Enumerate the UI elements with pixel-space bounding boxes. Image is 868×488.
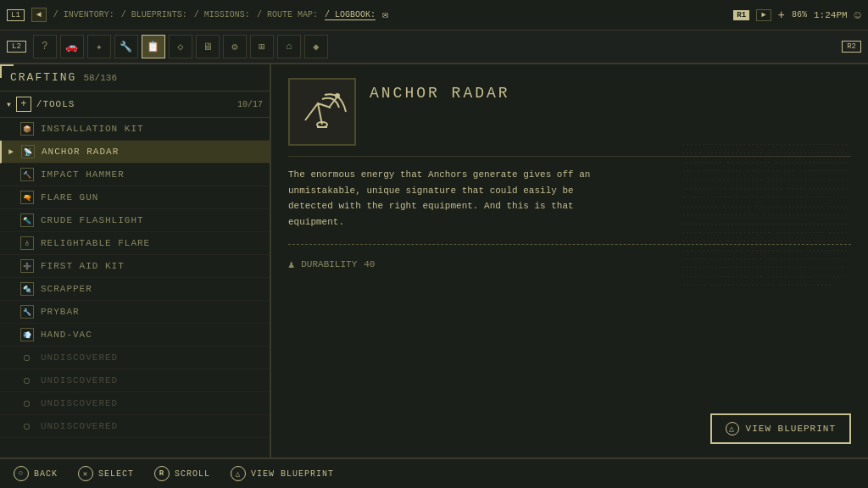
diamond-icon-btn[interactable]: ◇ [169, 35, 192, 58]
sun-icon-btn[interactable]: ✦ [87, 35, 111, 58]
item-icon: ➕ [20, 259, 34, 273]
item-image [288, 78, 356, 146]
list-item-undiscovered: ▢ UNDISCOVERED [0, 347, 270, 369]
triangle-icon: △ [726, 422, 739, 435]
crafting-title: CRAFTING [10, 71, 76, 84]
item-title-area: ANCHOR RADAR [370, 78, 510, 102]
item-icon: 🔩 [20, 282, 34, 296]
item-name: UNDISCOVERED [41, 421, 118, 431]
item-icon: 🕯 [20, 236, 34, 250]
item-icon: ▢ [20, 374, 34, 387]
add-category-button[interactable]: + [16, 97, 31, 112]
item-list: 📦 INSTALLATION KIT ► 📡 ANCHOR RADAR 🔨 IM… [0, 118, 270, 458]
select-button[interactable]: ✕ SELECT [78, 466, 134, 481]
list-item[interactable]: 🔫 FLARE GUN [0, 186, 270, 209]
list-item[interactable]: 💨 HAND-VAC [0, 324, 270, 347]
list-item[interactable]: 🔩 SCRAPPER [0, 278, 270, 301]
item-name: IMPACT HAMMER [41, 169, 125, 180]
main-content: CRAFTING 58/136 ▼ + /TOOLS 10/17 📦 INSTA… [0, 64, 868, 458]
top-nav-bar: L1 ◄ / INVENTORY: / BLUEPRINTS: / MISSIO… [0, 0, 868, 30]
select-x-icon: ✕ [78, 466, 93, 481]
anchor-radar-svg [297, 86, 348, 137]
monitor-icon-btn[interactable]: 🖥 [196, 35, 220, 58]
select-label: SELECT [98, 469, 134, 479]
view-blueprint-button[interactable]: △ VIEW BLUEPRINT [710, 413, 851, 444]
item-name: INSTALLATION KIT [41, 124, 144, 134]
r2-button[interactable]: R2 [842, 41, 861, 53]
battery-percent: 86% [792, 10, 807, 19]
category-header: ▼ + /TOOLS 10/17 [0, 92, 270, 118]
list-item[interactable]: ➕ FIRST AID KIT [0, 255, 270, 278]
svg-point-3 [336, 94, 339, 97]
routemap-nav[interactable]: / ROUTE MAP: [257, 10, 318, 19]
icon-toolbar: L2 ? 🚗 ✦ 🔧 📋 ◇ 🖥 ⚙ ⊞ ⌂ ◆ R2 [0, 30, 868, 64]
crafting-header: CRAFTING 58/136 [0, 64, 270, 92]
left-nav-arrow[interactable]: ◄ [31, 8, 47, 22]
help-icon-btn[interactable]: ? [33, 35, 57, 58]
diamond2-icon-btn[interactable]: ◆ [304, 35, 328, 58]
list-item[interactable]: 🕯 RELIGHTABLE FLARE [0, 232, 270, 255]
list-item[interactable]: ► 📡 ANCHOR RADAR [0, 141, 270, 164]
document-icon-btn[interactable]: 📋 [142, 35, 165, 58]
back-button[interactable]: ○ BACK [14, 466, 58, 481]
vehicle-icon-btn[interactable]: 🚗 [60, 35, 84, 58]
item-icon: ▢ [20, 419, 34, 433]
list-item[interactable]: 🔦 CRUDE FLASHLIGHT [0, 209, 270, 232]
l1-button[interactable]: L1 [7, 9, 25, 21]
item-name: FLARE GUN [41, 192, 98, 202]
back-label: BACK [34, 469, 58, 479]
bottom-bar: ○ BACK ✕ SELECT R SCROLL △ VIEW BLUEPRIN… [0, 458, 868, 488]
list-item-undiscovered: ▢ UNDISCOVERED [0, 369, 270, 392]
category-count: 10/17 [237, 100, 263, 109]
category-name: /TOOLS [36, 99, 75, 109]
item-name: UNDISCOVERED [41, 398, 118, 408]
back-circle-icon: ○ [14, 466, 29, 481]
right-nav-arrow[interactable]: ► [756, 9, 771, 21]
item-name: PRYBAR [41, 307, 80, 317]
battery-display: 86% [792, 10, 807, 19]
item-icon: 🔦 [20, 214, 34, 227]
right-panel: ········································… [271, 64, 868, 458]
list-item[interactable]: 🔨 IMPACT HAMMER [0, 164, 270, 186]
stat-value: 40 [364, 259, 375, 269]
item-name: RELIGHTABLE FLARE [41, 238, 150, 248]
durability-icon: ♟ [288, 258, 294, 271]
home-icon-btn[interactable]: ⌂ [277, 35, 301, 58]
item-icon: 🔧 [20, 305, 34, 319]
plus-icon: + [778, 8, 785, 22]
blueprint-btn-area: △ VIEW BLUEPRINT [288, 413, 851, 444]
item-icon: 🔫 [20, 191, 34, 204]
blueprint-bottom-button[interactable]: △ VIEW BLUEPRINT [231, 466, 334, 481]
scroll-label: SCROLL [175, 469, 210, 479]
item-icon: ▢ [20, 396, 34, 410]
stat-label: DURABILITY [301, 259, 357, 269]
list-item[interactable]: 🔧 PRYBAR [0, 301, 270, 324]
grid-icon-btn[interactable]: ⊞ [250, 35, 274, 58]
list-item[interactable]: 📦 INSTALLATION KIT [0, 118, 270, 141]
item-name: ANCHOR RADAR [42, 147, 119, 157]
item-name: CRUDE FLASHLIGHT [41, 215, 144, 225]
category-arrow: ▼ [7, 101, 11, 108]
item-name: UNDISCOVERED [41, 375, 118, 385]
time-display: 1:24PM [814, 10, 848, 20]
logbook-nav[interactable]: / LOGBOOK: [325, 10, 376, 20]
item-description: The enormous energy that Anchors generat… [288, 167, 610, 230]
item-icon: 📦 [20, 122, 34, 136]
blueprints-nav[interactable]: / BLUEPRINTS: [121, 10, 187, 19]
l2-button[interactable]: L2 [7, 41, 26, 53]
missions-nav[interactable]: / MISSIONS: [194, 10, 250, 19]
list-item-undiscovered: ▢ UNDISCOVERED [0, 415, 270, 438]
item-name: HAND-VAC [41, 330, 92, 340]
gear-icon-btn[interactable]: ⚙ [223, 35, 247, 58]
item-icon: 🔨 [20, 168, 34, 181]
blueprint-btn-label: VIEW BLUEPRINT [746, 424, 836, 434]
item-icon: 💨 [20, 328, 34, 341]
crafting-count: 58/136 [83, 73, 117, 83]
selection-arrow: ► [8, 147, 14, 157]
list-item-undiscovered: ▢ UNDISCOVERED [0, 392, 270, 415]
wrench-icon-btn[interactable]: 🔧 [114, 35, 138, 58]
scroll-r-icon: R [154, 466, 170, 481]
inventory-nav[interactable]: / INVENTORY: [53, 10, 114, 19]
scroll-button[interactable]: R SCROLL [154, 466, 210, 481]
r1-button[interactable]: R1 [733, 10, 749, 20]
